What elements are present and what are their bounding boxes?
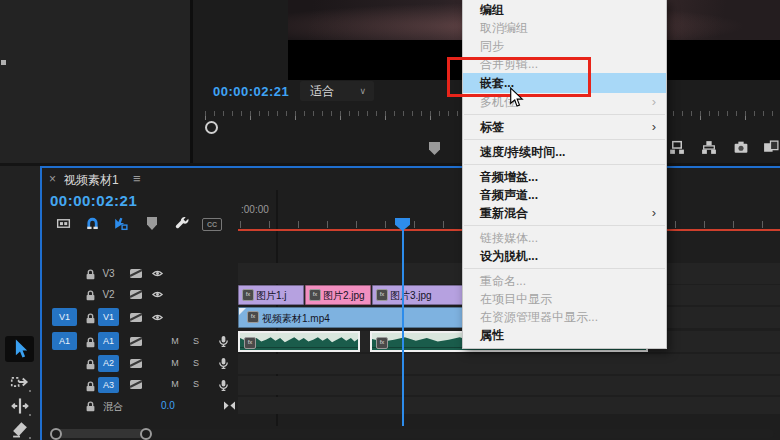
- track-target-v2[interactable]: V2: [98, 289, 119, 300]
- fx-badge: fx: [242, 289, 254, 301]
- zoom-handle-left[interactable]: [50, 428, 62, 440]
- lock-icon[interactable]: [84, 288, 97, 302]
- track-output-eye-icon[interactable]: [150, 289, 165, 300]
- partial-panel-icon: [1, 60, 6, 65]
- selection-tool[interactable]: [9, 338, 31, 360]
- sync-lock-icon[interactable]: [129, 336, 143, 347]
- clip-image2[interactable]: fx 图片2.jpg: [305, 285, 371, 305]
- lock-icon[interactable]: [84, 311, 97, 325]
- timeline-settings-wrench-icon[interactable]: [174, 215, 191, 232]
- menu-item-synchronize: 同步: [463, 37, 666, 55]
- linked-selection-icon[interactable]: [112, 215, 129, 232]
- lock-icon[interactable]: [84, 399, 97, 413]
- menu-item-label: 在项目中显示: [480, 292, 552, 306]
- panel-menu-icon[interactable]: ≡: [133, 171, 141, 186]
- menu-item-label: 标签: [480, 120, 504, 134]
- lane-a2[interactable]: [238, 354, 780, 374]
- menu-item-audio-gain[interactable]: 音频增益...: [463, 168, 666, 186]
- menu-item-remix[interactable]: 重新混合›: [463, 204, 666, 222]
- nest-insert-toggle-icon[interactable]: [55, 215, 72, 232]
- timeline-timecode[interactable]: 00:00:02:21: [50, 192, 137, 209]
- fx-badge: fx: [247, 311, 259, 323]
- mix-level-value[interactable]: 0.0: [161, 400, 175, 411]
- lock-icon[interactable]: [84, 357, 97, 371]
- snap-magnet-icon[interactable]: [84, 215, 101, 232]
- submenu-arrow-icon: ›: [652, 93, 656, 111]
- source-patch-v1[interactable]: V1: [52, 308, 77, 326]
- zoom-level-select[interactable]: 适合 ∨: [300, 81, 374, 101]
- voiceover-mic-icon[interactable]: [216, 356, 231, 371]
- menu-item-properties[interactable]: 属性: [463, 326, 666, 344]
- menu-item-reveal-in-project: 在项目中显示: [463, 290, 666, 308]
- premiere-pro-app: 00:00:02:21 适合 ∨: [0, 0, 780, 440]
- mute-button[interactable]: M: [170, 379, 180, 389]
- timeline-tab-title[interactable]: 视频素材1: [64, 172, 119, 189]
- add-marker-icon[interactable]: [429, 142, 440, 155]
- mute-button[interactable]: M: [170, 336, 180, 346]
- clip-image1[interactable]: fx 图片1.j: [238, 285, 304, 305]
- comparison-view-button[interactable]: [762, 139, 780, 156]
- monitor-timecode[interactable]: 00:00:02:21: [213, 84, 289, 99]
- menu-item-group[interactable]: 编组: [463, 1, 666, 19]
- sync-lock-icon[interactable]: [129, 358, 143, 369]
- menu-item-make-offline[interactable]: 设为脱机...: [463, 247, 666, 265]
- clip-label: 图片1.j: [256, 286, 301, 305]
- scrubber-playhead-knob[interactable]: [205, 121, 218, 134]
- lane-mix[interactable]: [238, 397, 780, 414]
- lock-icon[interactable]: [84, 335, 97, 349]
- panel-focus-border-top: [40, 166, 780, 168]
- track-target-a1[interactable]: A1: [98, 332, 119, 350]
- menu-item-label: 取消编组: [480, 21, 528, 35]
- ripple-edit-tool[interactable]: [9, 395, 31, 417]
- track-header-v1: V1 V1: [40, 307, 238, 328]
- menu-item-label: 同步: [480, 39, 504, 53]
- solo-button[interactable]: S: [191, 358, 201, 368]
- razor-tool[interactable]: [9, 418, 31, 440]
- horizontal-scrollbar-track[interactable]: [50, 429, 774, 438]
- lane-a3[interactable]: [238, 376, 780, 395]
- menu-item-ungroup: 取消编组: [463, 19, 666, 37]
- zoom-handle-right[interactable]: [140, 428, 152, 440]
- fx-badge: fx: [244, 337, 256, 349]
- track-header-a2: A2 M S: [40, 354, 238, 374]
- voiceover-mic-icon[interactable]: [216, 378, 231, 393]
- captions-toggle[interactable]: CC: [202, 218, 222, 231]
- menu-item-speed-duration[interactable]: 速度/持续时间...: [463, 143, 666, 161]
- menu-item-audio-channels[interactable]: 音频声道...: [463, 186, 666, 204]
- sync-lock-icon[interactable]: [129, 289, 143, 300]
- menu-separator: [463, 136, 666, 143]
- solo-button[interactable]: S: [191, 379, 201, 389]
- menu-item-label: 设为脱机...: [480, 249, 538, 263]
- menu-item-label-color[interactable]: 标签›: [463, 118, 666, 136]
- export-frame-button[interactable]: [732, 139, 750, 156]
- lock-icon[interactable]: [84, 379, 97, 393]
- timeline-playhead-line[interactable]: [402, 219, 404, 426]
- audio-clip-1[interactable]: fx: [238, 331, 360, 352]
- mouse-cursor: [509, 87, 524, 109]
- solo-button[interactable]: S: [191, 336, 201, 346]
- submenu-arrow-icon: ›: [652, 118, 656, 136]
- lock-icon[interactable]: [84, 267, 97, 281]
- track-target-v3[interactable]: V3: [98, 268, 119, 279]
- sync-lock-icon[interactable]: [129, 379, 143, 390]
- track-output-eye-icon[interactable]: [150, 312, 165, 323]
- sync-lock-icon[interactable]: [129, 268, 143, 279]
- track-target-a2[interactable]: A2: [98, 355, 119, 372]
- track-target-a3[interactable]: A3: [98, 377, 119, 393]
- track-select-forward-tool[interactable]: [9, 371, 31, 393]
- track-target-v1[interactable]: V1: [98, 308, 119, 326]
- menu-separator: [463, 111, 666, 118]
- source-patch-a1[interactable]: A1: [52, 332, 77, 350]
- lift-button[interactable]: [668, 139, 686, 156]
- mute-button[interactable]: M: [170, 358, 180, 368]
- sync-lock-icon[interactable]: [129, 312, 143, 323]
- horizontal-scrollbar[interactable]: [53, 429, 145, 438]
- menu-item-label: 音频声道...: [480, 188, 538, 202]
- voiceover-mic-icon[interactable]: [216, 334, 231, 349]
- extract-button[interactable]: [700, 139, 718, 156]
- track-output-eye-icon[interactable]: [150, 268, 165, 279]
- fx-badge: fx: [376, 289, 388, 301]
- clip-context-menu: 编组 取消编组 同步 合并剪辑... 嵌套... 多机位› 标签› 速度/持续时…: [462, 0, 667, 349]
- close-panel-icon[interactable]: ×: [49, 172, 56, 186]
- keyframe-bowtie-icon[interactable]: [222, 400, 237, 411]
